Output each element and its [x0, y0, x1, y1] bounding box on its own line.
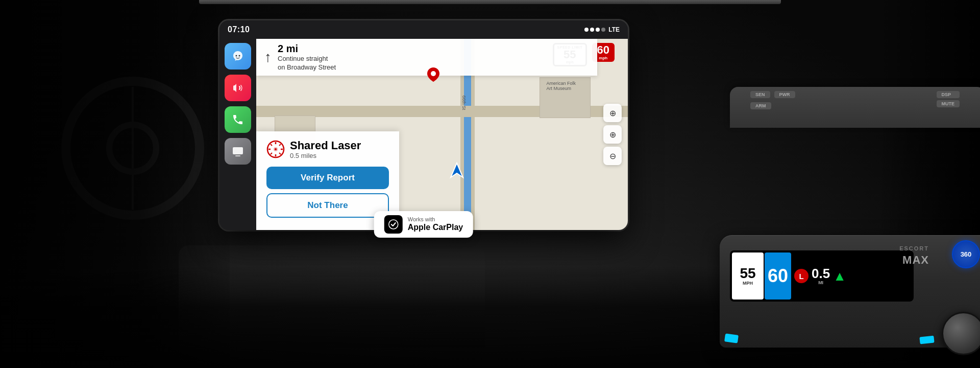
sidebar-item-waze[interactable] — [225, 43, 251, 70]
radar-detector: SEN PWR ARM DSP MUTE 55 MPH 60 — [699, 112, 980, 368]
alert-distance: 0.5 miles — [290, 152, 361, 159]
alert-header: Shared Laser 0.5 miles — [266, 140, 389, 159]
carplay-screen-wrapper: 07:10 LTE — [219, 20, 628, 230]
svg-line-12 — [279, 153, 281, 154]
device-fin-bottom-right — [919, 336, 934, 344]
device-direction-arrow: ▲ — [833, 269, 846, 283]
sidebar-item-phone[interactable] — [225, 106, 251, 133]
device-alert-type-badge: L — [794, 269, 808, 283]
nav-distance: 2 mi — [278, 43, 336, 55]
carplay-logo-icon — [384, 215, 403, 234]
map-control-zoom-in[interactable]: ⊕ — [603, 125, 622, 144]
laser-alert-icon — [266, 140, 285, 158]
device-btn-arm[interactable]: ARM — [750, 102, 771, 109]
device-top-buttons: SEN PWR — [750, 91, 795, 98]
verify-report-button[interactable]: Verify Report — [266, 167, 389, 189]
screen-map: American Folk Art Museum 66th St — [256, 39, 628, 230]
dashboard-vent — [199, 0, 781, 4]
signal-dot-2 — [590, 28, 594, 32]
device-360-badge: 360 — [952, 240, 980, 268]
signal-dots — [584, 28, 605, 32]
map-label-folk: American Folk Art Museum — [547, 81, 576, 91]
device-speed-limit-display: 55 MPH — [732, 252, 764, 300]
signal-dot-3 — [596, 28, 600, 32]
screen-main-content: American Folk Art Museum 66th St — [219, 39, 628, 230]
map-control-compass[interactable]: ⊕ — [603, 104, 622, 122]
device-btn-sen[interactable]: SEN — [750, 91, 770, 98]
carplay-screen: 07:10 LTE — [219, 20, 628, 230]
current-speed-unit: mph — [597, 56, 609, 60]
svg-rect-3 — [235, 155, 240, 156]
svg-marker-5 — [451, 163, 463, 177]
nav-info: 2 mi Continue straight on Broadway Stree… — [278, 43, 336, 72]
carplay-badge-text: Works with Apple CarPlay — [408, 217, 463, 232]
nav-direction-arrow: ↑ — [264, 49, 272, 65]
device-current-speed: 60 — [765, 252, 791, 300]
nav-instruction-1: Continue straight — [278, 55, 336, 63]
device-right-buttons: DSP MUTE — [937, 91, 960, 107]
svg-line-13 — [279, 144, 281, 146]
alert-title: Shared Laser — [290, 140, 361, 152]
not-there-button[interactable]: Not There — [266, 193, 389, 218]
carplay-badge: Works with Apple CarPlay — [374, 211, 473, 238]
device-alert-distance-unit: MI — [818, 280, 823, 285]
device-fin-left — [724, 333, 739, 343]
device-alert-distance: 0.5 MI — [812, 267, 830, 285]
device-speed-limit-number: 55 — [740, 266, 755, 281]
device-alert-section: L 0.5 MI ▲ — [792, 252, 848, 300]
device-main-body: 55 MPH 60 L 0.5 MI ▲ — [720, 235, 980, 348]
svg-point-17 — [389, 220, 398, 229]
svg-point-4 — [431, 71, 436, 76]
svg-rect-2 — [233, 147, 243, 154]
screen-header: 07:10 LTE — [219, 20, 628, 39]
alert-title-group: Shared Laser 0.5 miles — [290, 140, 361, 159]
map-control-zoom-out[interactable]: ⊖ — [603, 147, 622, 165]
device-speed-limit-unit: MPH — [743, 281, 753, 286]
svg-line-14 — [271, 153, 272, 154]
device-model-label: MAX — [902, 254, 929, 267]
device-current-speed-number: 60 — [768, 267, 788, 285]
device-alert-distance-number: 0.5 — [812, 267, 830, 280]
device-screen: 55 MPH 60 L 0.5 MI ▲ — [730, 250, 914, 302]
device-top-panel: SEN PWR ARM DSP MUTE — [730, 87, 980, 128]
svg-point-1 — [239, 55, 240, 57]
map-nav-arrow — [450, 162, 464, 182]
svg-line-11 — [271, 144, 272, 146]
carplay-name-label: Apple CarPlay — [408, 222, 463, 232]
nav-instruction-2: on Broadway Street — [278, 63, 336, 72]
map-pin-danger — [427, 67, 439, 84]
carplay-works-with-label: Works with — [408, 217, 463, 222]
map-controls: ⊕ ⊕ ⊖ — [603, 104, 622, 165]
signal-dot-1 — [584, 28, 589, 32]
signal-dot-4 — [601, 28, 605, 32]
device-btn-mute[interactable]: MUTE — [937, 100, 960, 107]
screen-sidebar — [219, 39, 256, 230]
sidebar-item-music[interactable] — [225, 75, 251, 101]
map-label-street: 66th St — [461, 95, 467, 110]
svg-point-16 — [275, 148, 277, 150]
device-control-knob[interactable] — [942, 312, 980, 355]
current-speed-number: 60 — [597, 44, 609, 56]
svg-point-0 — [236, 55, 237, 57]
device-brand-label: ESCORT — [899, 245, 929, 251]
screen-time: 07:10 — [228, 25, 250, 34]
screen-status: LTE — [584, 26, 620, 33]
device-bottom-buttons: ARM — [750, 102, 771, 109]
lte-indicator: LTE — [608, 26, 620, 33]
device-btn-dsp[interactable]: DSP — [937, 91, 960, 98]
sidebar-item-screen[interactable] — [225, 138, 251, 165]
device-btn-pwr[interactable]: PWR — [774, 91, 795, 98]
